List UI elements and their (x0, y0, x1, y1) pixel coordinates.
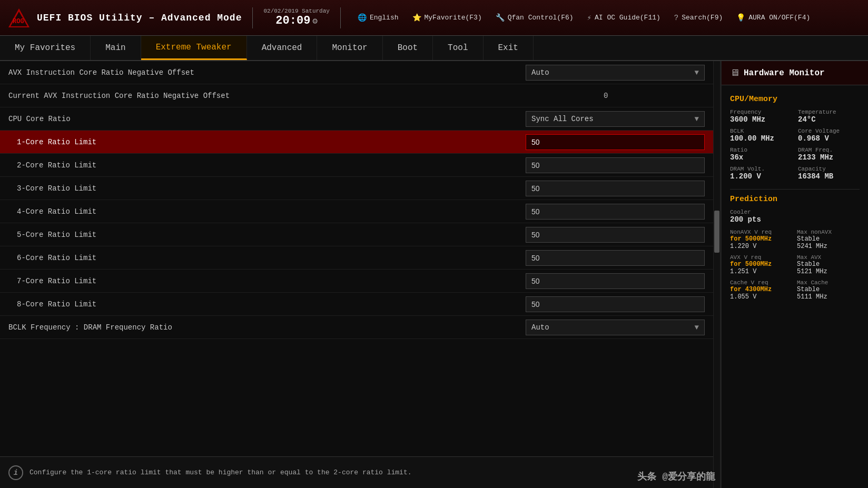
info-bar: i Configure the 1-core ratio limit that … (0, 456, 713, 488)
setting-row-current-avx: Current AVX Instruction Core Ratio Negat… (0, 84, 713, 107)
header-nav: 🌐 English ⭐ MyFavorite(F3) 🔧 Qfan Contro… (351, 11, 862, 24)
avx-negative-offset-dropdown[interactable]: Auto ▼ (526, 65, 705, 81)
bclk-dram-label: BCLK Frequency : DRAM Frequency Ratio (8, 323, 526, 332)
menu-my-favorites[interactable]: My Favorites (0, 36, 91, 60)
menu-monitor[interactable]: Monitor (317, 36, 382, 60)
bclk-dram-dropdown[interactable]: Auto ▼ (526, 320, 705, 335)
avx-negative-offset-label: AVX Instruction Core Ratio Negative Offs… (8, 68, 526, 77)
setting-row-avx-negative-offset: AVX Instruction Core Ratio Negative Offs… (0, 61, 713, 84)
4-core-input[interactable] (526, 204, 705, 220)
hw-frequency: Frequency 3600 MHz (730, 109, 792, 124)
3-core-label: 3-Core Ratio Limit (17, 184, 526, 193)
7-core-input[interactable] (526, 273, 705, 289)
menu-main[interactable]: Main (91, 36, 141, 60)
main-layout: AVX Instruction Core Ratio Negative Offs… (0, 61, 868, 488)
8-core-label: 8-Core Ratio Limit (17, 300, 526, 308)
hw-capacity-label: Capacity (798, 166, 860, 172)
cooler-row: Cooler 200 pts (730, 209, 860, 224)
header-nav-aura[interactable]: 💡 AURA ON/OFF(F4) (730, 11, 816, 24)
hw-temperature-value: 24°C (798, 115, 860, 124)
cpu-core-ratio-dropdown[interactable]: Sync All Cores ▼ (526, 111, 705, 127)
hw-monitor-panel: 🖥 Hardware Monitor CPU/Memory Frequency … (721, 61, 868, 488)
setting-row-5-core: 5-Core Ratio Limit (0, 223, 713, 246)
dropdown-arrow-0: ▼ (695, 68, 699, 77)
7-core-label: 7-Core Ratio Limit (17, 277, 526, 285)
hw-frequency-label: Frequency (730, 109, 792, 115)
hw-ratio-value: 36x (730, 153, 792, 162)
pred-col2-label-0: Max nonAVX Stable 5241 MHz (797, 229, 860, 250)
clock-time: 20:09 (275, 14, 310, 27)
pred-row-0: NonAVX V req for 5000MHz 1.220 V Max non… (730, 229, 860, 250)
dropdown-arrow-11: ▼ (695, 323, 699, 332)
2-core-input[interactable] (526, 157, 705, 173)
hw-dram-volt-label: DRAM Volt. (730, 166, 792, 172)
menu-spacer (534, 36, 868, 60)
pred-col1-label-2: Cache V req for 4300MHz 1.055 V (730, 280, 793, 301)
header-nav-myfavorite-label: MyFavorite(F3) (425, 14, 482, 22)
header-nav-qfan-label: Qfan Control(F6) (508, 14, 574, 22)
menu-boot[interactable]: Boot (383, 36, 433, 60)
header-time: 02/02/2019 Saturday 20:09 ⚙ (263, 8, 329, 27)
cpu-core-ratio-label: CPU Core Ratio (8, 115, 526, 123)
setting-row-8-core: 8-Core Ratio Limit (0, 293, 713, 316)
pred-row-1: AVX V req for 5000MHz 1.251 V Max AVX St… (730, 254, 860, 275)
4-core-label: 4-Core Ratio Limit (17, 207, 526, 216)
hw-monitor-content: CPU/Memory Frequency 3600 MHz Temperatur… (722, 85, 868, 488)
hw-capacity: Capacity 16384 MB (798, 166, 860, 181)
globe-icon: 🌐 (358, 13, 367, 22)
header-nav-aioc[interactable]: ⚡ AI OC Guide(F11) (581, 11, 667, 24)
header-nav-english-label: English (370, 14, 399, 22)
cooler-value: 200 pts (730, 215, 860, 224)
6-core-input[interactable] (526, 250, 705, 266)
1-core-input[interactable] (526, 134, 705, 150)
info-icon: i (8, 465, 23, 480)
hw-ratio-label: Ratio (730, 147, 792, 153)
pred-col1-label-1: AVX V req for 5000MHz 1.251 V (730, 254, 793, 275)
dropdown-arrow-2: ▼ (695, 115, 699, 123)
menu-advanced[interactable]: Advanced (247, 36, 318, 60)
8-core-input[interactable] (526, 296, 705, 312)
hw-temperature: Temperature 24°C (798, 109, 860, 124)
scrollbar-thumb[interactable] (714, 211, 719, 253)
cooler-label: Cooler (730, 209, 860, 215)
hw-bclk-label: BCLK (730, 128, 792, 134)
hw-core-voltage: Core Voltage 0.968 V (798, 128, 860, 143)
menu-exit[interactable]: Exit (484, 36, 534, 60)
pred-col2-label-2: Max Cache Stable 5111 MHz (797, 280, 860, 301)
header-nav-qfan[interactable]: 🔧 Qfan Control(F6) (489, 11, 580, 24)
scrollbar-track[interactable] (713, 61, 721, 488)
setting-row-3-core: 3-Core Ratio Limit (0, 177, 713, 200)
header-bar: ROG UEFI BIOS Utility – Advanced Mode 02… (0, 0, 868, 36)
pred-row-2: Cache V req for 4300MHz 1.055 V Max Cach… (730, 280, 860, 301)
3-core-input[interactable] (526, 181, 705, 196)
6-core-label: 6-Core Ratio Limit (17, 254, 526, 262)
header-nav-english[interactable]: 🌐 English (351, 11, 405, 24)
hw-capacity-value: 16384 MB (798, 172, 860, 181)
setting-row-4-core: 4-Core Ratio Limit (0, 200, 713, 223)
settings-gear-icon[interactable]: ⚙ (312, 16, 318, 26)
menu-tool[interactable]: Tool (433, 36, 483, 60)
monitor-icon: 🖥 (730, 67, 739, 78)
hw-dram-freq-label: DRAM Freq. (798, 147, 860, 153)
fan-icon: 🔧 (496, 13, 505, 22)
5-core-input[interactable] (526, 227, 705, 243)
header-nav-search-label: Search(F9) (682, 14, 723, 22)
hw-bclk: BCLK 100.00 MHz (730, 128, 792, 143)
setting-row-7-core: 7-Core Ratio Limit (0, 270, 713, 293)
menu-extreme-tweaker[interactable]: Extreme Tweaker (141, 36, 247, 60)
setting-row-cpu-core-ratio: CPU Core Ratio Sync All Cores ▼ (0, 107, 713, 131)
setting-row-1-core: 1-Core Ratio Limit (0, 131, 713, 154)
header-clock: 20:09 ⚙ (275, 14, 318, 27)
svg-text:ROG: ROG (13, 18, 24, 25)
menubar: My Favorites Main Extreme Tweaker Advanc… (0, 36, 868, 61)
ai-icon: ⚡ (587, 13, 591, 22)
hw-core-voltage-label: Core Voltage (798, 128, 860, 134)
header-nav-myfavorite[interactable]: ⭐ MyFavorite(F3) (406, 11, 488, 24)
header-nav-search[interactable]: ? Search(F9) (668, 12, 729, 24)
current-avx-label: Current AVX Instruction Core Ratio Negat… (8, 92, 599, 100)
current-avx-value: 0 (599, 92, 705, 100)
hw-divider (730, 189, 860, 190)
hw-monitor-header: 🖥 Hardware Monitor (722, 61, 868, 85)
info-text: Configure the 1-core ratio limit that mu… (29, 469, 412, 476)
prediction-section-title: Prediction (730, 195, 860, 204)
